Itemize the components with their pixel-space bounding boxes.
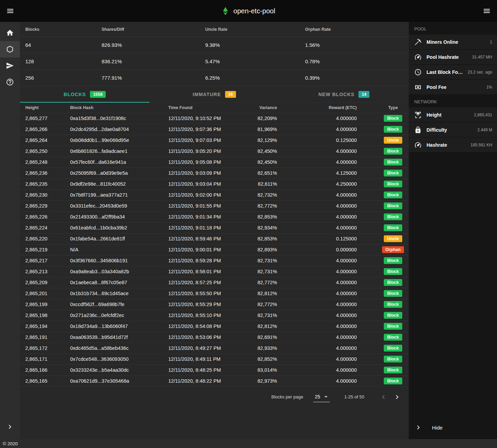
block-row: 2,865,2660x2dc4295d...2dae0a870412/11/20… bbox=[20, 124, 409, 135]
stat-difficulty: Difficulty2.449 M bbox=[409, 122, 497, 137]
block-type-badge: Block bbox=[384, 334, 402, 341]
block-type-badge: Block bbox=[384, 224, 402, 231]
right-menu-button[interactable] bbox=[479, 3, 495, 19]
block-hash: N/A bbox=[70, 244, 168, 255]
block-row: 2,865,2500x6b801826...fa9adcaee112/11/20… bbox=[20, 146, 409, 157]
block-type-cell: Block bbox=[357, 168, 409, 179]
left-menu-button[interactable] bbox=[2, 3, 18, 19]
block-hash: 0x271a236c...0efcfdf2ec bbox=[70, 310, 168, 321]
block-variance: 82,812% bbox=[255, 288, 277, 299]
stat-value: 2,865,431 bbox=[474, 113, 492, 117]
nav-item-payments[interactable] bbox=[0, 57, 20, 74]
block-height: 2,865,226 bbox=[20, 211, 70, 222]
block-height: 2,865,209 bbox=[20, 277, 70, 288]
block-hash: 0xdc465d5a...a58beb436c bbox=[70, 343, 168, 354]
block-type-badge: Block bbox=[384, 356, 402, 363]
block-time: 12/11/2020, 8:54:08 PM bbox=[168, 321, 255, 332]
block-height: 2,865,194 bbox=[20, 321, 70, 332]
block-type-cell: Block bbox=[357, 288, 409, 299]
block-row: 2,865,1660x3233243e...b5a4aa30dc12/11/20… bbox=[20, 365, 409, 375]
block-hash: 0xaa063539...b95d41d72f bbox=[70, 332, 168, 343]
block-type-cell: Block bbox=[357, 222, 409, 233]
block-reward: 4.000000 bbox=[277, 113, 357, 124]
stats-value: 256 bbox=[20, 75, 96, 81]
block-hash: 0xa9a8eab3...03a340a82b bbox=[70, 266, 168, 277]
nav-expand-button[interactable] bbox=[0, 419, 20, 435]
block-time: 12/11/2020, 8:48:22 PM bbox=[168, 375, 255, 386]
block-height: 2,865,220 bbox=[20, 233, 70, 244]
stat-label: Hashrate bbox=[427, 142, 466, 148]
block-variance: 82,973% bbox=[255, 375, 277, 386]
block-time: 12/11/2020, 9:01:34 PM bbox=[168, 211, 255, 222]
block-height: 2,865,198 bbox=[20, 310, 70, 321]
block-hash: 0x1fabe54a...2661de81ff bbox=[70, 233, 168, 244]
block-hash: 0x6b801826...fa9adcaee1 bbox=[70, 146, 168, 157]
rows-per-page-select[interactable]: 25 bbox=[313, 392, 330, 402]
block-type-cell: Block bbox=[357, 255, 409, 266]
block-reward: 4.000000 bbox=[277, 255, 357, 266]
block-variance: 82,731% bbox=[255, 255, 277, 266]
block-variance: 82,209% bbox=[255, 113, 277, 124]
tab-new-blocks[interactable]: NEW BLOCKS14 bbox=[279, 86, 409, 102]
block-row: 2,865,1720xdc465d5a...a58beb436c12/11/20… bbox=[20, 343, 409, 354]
block-row: 2,865,2300x7b8f7199...aea377a27112/11/20… bbox=[20, 189, 409, 200]
block-type-cell: Block bbox=[357, 332, 409, 343]
tab-label: IMMATURE bbox=[193, 92, 221, 97]
stat-value: 23.2 sec. ago bbox=[468, 70, 492, 75]
block-height: 2,865,266 bbox=[20, 124, 70, 135]
block-type-badge: Block bbox=[384, 170, 402, 176]
tab-count-badge: 16 bbox=[225, 91, 236, 98]
blocks-table: HeightBlock HashTime FoundVarianceReward… bbox=[20, 103, 409, 386]
block-reward: 4.000000 bbox=[277, 332, 357, 343]
block-row: 2,865,219N/A12/11/2020, 9:00:01 PM82,893… bbox=[20, 244, 409, 255]
tab-blocks[interactable]: BLOCKS1558 bbox=[20, 86, 149, 102]
block-type-cell: Block bbox=[357, 200, 409, 211]
block-hash: 0xb08dd0b1...99e066d95e bbox=[70, 135, 168, 146]
section-title-pool: POOL bbox=[409, 22, 497, 35]
block-type-badge: Block bbox=[384, 279, 402, 286]
chevron-right-icon bbox=[393, 393, 401, 401]
block-type-cell: Block bbox=[357, 299, 409, 310]
block-hash: 0x7b8f7199...aea377a271 bbox=[70, 189, 168, 200]
prev-page-button[interactable] bbox=[377, 390, 390, 404]
block-row: 2,865,1650xa70621d9...37e305468a12/11/20… bbox=[20, 375, 409, 386]
block-reward: 0.125000 bbox=[277, 135, 357, 146]
block-reward: 4.000000 bbox=[277, 321, 357, 332]
col-header-reward-etc: Reward (ETC) bbox=[277, 103, 357, 113]
lock-icon bbox=[414, 126, 422, 134]
block-reward: 4.000000 bbox=[277, 157, 357, 168]
nav-item-home[interactable] bbox=[0, 25, 20, 41]
block-type-badge: Block bbox=[384, 378, 402, 384]
block-time: 12/11/2020, 9:01:55 PM bbox=[168, 200, 255, 211]
brand: open-etc-pool bbox=[222, 6, 275, 16]
block-time: 12/11/2020, 8:59:28 PM bbox=[168, 255, 255, 266]
main-content: BlocksShares/DiffUncle RateOrphan Rate64… bbox=[20, 22, 409, 439]
stats-value: 128 bbox=[20, 58, 96, 64]
block-height: 2,865,172 bbox=[20, 343, 70, 354]
block-reward: 0.125000 bbox=[277, 233, 357, 244]
block-type-badge: Block bbox=[384, 192, 402, 198]
block-time: 12/11/2020, 8:55:10 PM bbox=[168, 310, 255, 321]
block-height: 2,865,199 bbox=[20, 299, 70, 310]
block-variance: 82,611% bbox=[255, 179, 277, 189]
tab-immature[interactable]: IMMATURE16 bbox=[149, 86, 279, 102]
next-page-button[interactable] bbox=[390, 390, 404, 404]
block-height: 2,865,219 bbox=[20, 244, 70, 255]
block-reward: 4.000000 bbox=[277, 266, 357, 277]
stats-value: 0.39% bbox=[300, 75, 409, 81]
block-type-cell: Block bbox=[357, 124, 409, 135]
block-reward: 4.000000 bbox=[277, 200, 357, 211]
block-type-badge: Block bbox=[384, 257, 402, 264]
stats-value: 6.25% bbox=[200, 75, 300, 81]
tab-count-badge: 14 bbox=[358, 91, 369, 98]
block-hash: 0xccdf562f...69a698b7fe bbox=[70, 299, 168, 310]
nav-item-blocks[interactable] bbox=[0, 41, 20, 57]
block-variance: 82,853% bbox=[255, 211, 277, 222]
block-row: 2,865,2010x1b31b734...69c1d45ace12/11/20… bbox=[20, 288, 409, 299]
block-row: 2,865,1980x271a236c...0efcfdf2ec12/11/20… bbox=[20, 310, 409, 321]
sidebar-hide-button[interactable]: Hide bbox=[409, 419, 497, 439]
stats-row: 64826.93%9.38%1.56% bbox=[20, 37, 409, 53]
nav-item-help[interactable] bbox=[0, 74, 20, 90]
block-row: 2,865,1940x18d734a9...13b6060f4712/11/20… bbox=[20, 321, 409, 332]
block-row: 2,865,2480x57fec60f...da616e941a12/11/20… bbox=[20, 157, 409, 168]
